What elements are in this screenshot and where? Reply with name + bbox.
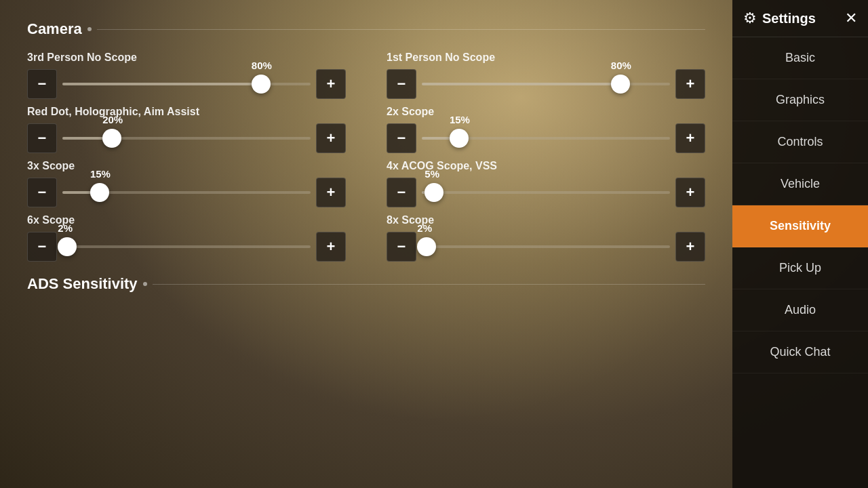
slider-value-4x: 5% bbox=[425, 168, 439, 180]
slider-row-3x: − 15% + bbox=[27, 178, 346, 207]
slider-track-red-dot: 20% bbox=[62, 137, 311, 140]
sidebar-item-audio[interactable]: Audio bbox=[732, 289, 868, 331]
slider-container-8x[interactable]: 2% bbox=[422, 232, 670, 262]
slider-track-1st-person: 80% bbox=[422, 83, 670, 85]
slider-row-8x: − 2% + bbox=[387, 232, 705, 262]
sidebar-item-controls[interactable]: Controls bbox=[732, 121, 868, 163]
sidebar-item-pickup[interactable]: Pick Up bbox=[732, 247, 868, 289]
slider-value-3rd-person: 80% bbox=[252, 60, 272, 71]
ads-title-text: ADS Sensitivity bbox=[27, 275, 138, 293]
minus-btn-1st-person[interactable]: − bbox=[387, 69, 416, 99]
minus-btn-4x[interactable]: − bbox=[387, 178, 416, 207]
slider-thumb-1st-person[interactable]: 80% bbox=[611, 75, 630, 94]
plus-btn-3rd-person[interactable]: + bbox=[316, 69, 346, 99]
plus-btn-4x[interactable]: + bbox=[675, 178, 705, 207]
slider-group-red-dot: Red Dot, Holographic, Aim Assist − 20% + bbox=[27, 106, 346, 153]
camera-title-text: Camera bbox=[27, 20, 82, 38]
slider-label-2x: 2x Scope bbox=[387, 106, 705, 118]
slider-thumb-6x[interactable]: 2% bbox=[58, 237, 77, 256]
sidebar-item-sensitivity[interactable]: Sensitivity bbox=[732, 205, 868, 247]
slider-track-2x: 15% bbox=[422, 137, 670, 140]
minus-btn-6x[interactable]: − bbox=[27, 232, 57, 262]
slider-value-3x: 15% bbox=[90, 168, 111, 180]
minus-btn-2x[interactable]: − bbox=[387, 123, 416, 153]
slider-track-4x: 5% bbox=[422, 191, 670, 194]
slider-container-2x[interactable]: 15% bbox=[422, 123, 670, 153]
minus-btn-3x[interactable]: − bbox=[27, 178, 57, 207]
slider-label-6x: 6x Scope bbox=[27, 214, 346, 226]
slider-fill-1st-person bbox=[422, 83, 620, 85]
slider-group-3x: 3x Scope − 15% + bbox=[27, 160, 346, 207]
slider-thumb-8x[interactable]: 2% bbox=[417, 237, 436, 256]
slider-group-1st-person: 1st Person No Scope − 80% + bbox=[387, 52, 705, 99]
slider-track-3x: 15% bbox=[62, 191, 311, 194]
minus-btn-red-dot[interactable]: − bbox=[27, 123, 57, 153]
slider-row-2x: − 15% + bbox=[387, 123, 705, 153]
plus-btn-3x[interactable]: + bbox=[316, 178, 346, 207]
slider-track-6x: 2% bbox=[62, 245, 311, 248]
main-content: Camera 3rd Person No Scope − 80% + bbox=[0, 0, 732, 488]
plus-btn-1st-person[interactable]: + bbox=[675, 69, 705, 99]
camera-line bbox=[97, 29, 705, 30]
slider-container-red-dot[interactable]: 20% bbox=[62, 123, 311, 153]
slider-group-4x: 4x ACOG Scope, VSS − 5% + bbox=[387, 160, 705, 207]
slider-label-red-dot: Red Dot, Holographic, Aim Assist bbox=[27, 106, 346, 118]
slider-group-3rd-person: 3rd Person No Scope − 80% + bbox=[27, 52, 346, 99]
camera-sliders-grid: 3rd Person No Scope − 80% + 1st Person N… bbox=[27, 52, 705, 262]
slider-value-6x: 2% bbox=[58, 222, 73, 234]
slider-fill-3rd-person bbox=[62, 83, 261, 85]
slider-label-3x: 3x Scope bbox=[27, 160, 346, 172]
slider-row-red-dot: − 20% + bbox=[27, 123, 346, 153]
slider-row-1st-person: − 80% + bbox=[387, 69, 705, 99]
slider-thumb-3x[interactable]: 15% bbox=[90, 183, 109, 202]
sidebar-item-graphics[interactable]: Graphics bbox=[732, 79, 868, 121]
slider-container-6x[interactable]: 2% bbox=[62, 232, 311, 262]
plus-btn-8x[interactable]: + bbox=[675, 232, 705, 262]
slider-label-3rd-person: 3rd Person No Scope bbox=[27, 52, 346, 64]
plus-btn-2x[interactable]: + bbox=[675, 123, 705, 153]
slider-label-1st-person: 1st Person No Scope bbox=[387, 52, 705, 64]
slider-thumb-3rd-person[interactable]: 80% bbox=[252, 75, 271, 94]
camera-dot bbox=[87, 27, 92, 31]
slider-track-8x: 2% bbox=[422, 245, 670, 248]
slider-container-4x[interactable]: 5% bbox=[422, 178, 670, 207]
slider-row-6x: − 2% + bbox=[27, 232, 346, 262]
slider-group-8x: 8x Scope − 2% + bbox=[387, 214, 705, 262]
minus-btn-3rd-person[interactable]: − bbox=[27, 69, 57, 99]
slider-container-3rd-person[interactable]: 80% bbox=[62, 69, 311, 99]
gear-icon: ⚙ bbox=[743, 9, 757, 27]
close-icon[interactable]: ✕ bbox=[845, 9, 857, 27]
plus-btn-6x[interactable]: + bbox=[316, 232, 346, 262]
sidebar-item-vehicle[interactable]: Vehicle bbox=[732, 163, 868, 205]
minus-btn-8x[interactable]: − bbox=[387, 232, 416, 262]
slider-value-red-dot: 20% bbox=[102, 114, 123, 125]
slider-container-3x[interactable]: 15% bbox=[62, 178, 311, 207]
slider-row-3rd-person: − 80% + bbox=[27, 69, 346, 99]
slider-row-4x: − 5% + bbox=[387, 178, 705, 207]
sidebar: ⚙ Settings ✕ Basic Graphics Controls Veh… bbox=[732, 0, 868, 488]
sidebar-item-quickchat[interactable]: Quick Chat bbox=[732, 331, 868, 373]
slider-thumb-4x[interactable]: 5% bbox=[425, 183, 443, 202]
slider-track-3rd-person: 80% bbox=[62, 83, 311, 85]
camera-section-title: Camera bbox=[27, 20, 705, 38]
slider-label-8x: 8x Scope bbox=[387, 214, 705, 226]
slider-group-6x: 6x Scope − 2% + bbox=[27, 214, 346, 262]
slider-value-1st-person: 80% bbox=[611, 60, 631, 71]
sidebar-title-row: ⚙ Settings bbox=[743, 9, 816, 27]
slider-container-1st-person[interactable]: 80% bbox=[422, 69, 670, 99]
slider-value-2x: 15% bbox=[450, 114, 470, 125]
ads-section-title: ADS Sensitivity bbox=[27, 275, 705, 293]
slider-thumb-2x[interactable]: 15% bbox=[450, 129, 469, 148]
slider-group-2x: 2x Scope − 15% + bbox=[387, 106, 705, 153]
sidebar-items: Basic Graphics Controls Vehicle Sensitiv… bbox=[732, 37, 868, 488]
ads-dot bbox=[143, 282, 147, 286]
sidebar-header: ⚙ Settings ✕ bbox=[732, 0, 868, 37]
sidebar-title-text: Settings bbox=[762, 11, 816, 26]
slider-value-8x: 2% bbox=[417, 222, 432, 234]
plus-btn-red-dot[interactable]: + bbox=[316, 123, 346, 153]
slider-thumb-red-dot[interactable]: 20% bbox=[102, 129, 121, 148]
ads-section: ADS Sensitivity bbox=[27, 275, 705, 293]
sidebar-item-basic[interactable]: Basic bbox=[732, 37, 868, 79]
ads-line bbox=[153, 284, 705, 285]
